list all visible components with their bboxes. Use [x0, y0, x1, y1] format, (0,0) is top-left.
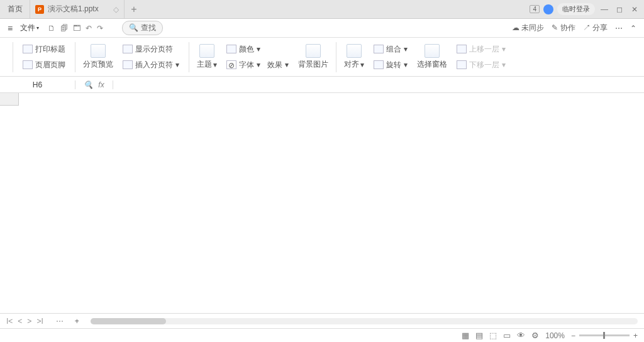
- zoom-in-button[interactable]: +: [633, 331, 638, 340]
- share-button[interactable]: ↗ 分享: [583, 23, 608, 33]
- view-grid-icon[interactable]: ▤: [475, 331, 483, 340]
- find-button[interactable]: 🔍 查找: [122, 21, 162, 35]
- document-tabs: 首页 P演示文稿1.pptx◇ + 4 临时登录 — ◻ ✕: [0, 0, 644, 19]
- sync-status[interactable]: ☁ 未同步: [512, 23, 544, 33]
- avatar[interactable]: [543, 4, 553, 14]
- file-menu[interactable]: 文件▾: [18, 21, 42, 35]
- ribbon-send-backward: 下移一层 ▾: [455, 58, 508, 72]
- window-count-badge[interactable]: 4: [530, 5, 540, 13]
- zoom-out-button[interactable]: −: [571, 331, 575, 340]
- sheet-nav-next-icon[interactable]: >: [27, 317, 31, 326]
- fx-icon[interactable]: fx: [98, 80, 104, 89]
- ribbon-group[interactable]: 组合 ▾: [372, 43, 409, 56]
- sheet-tab-bar: I< < > >I ⋯ +: [0, 313, 644, 328]
- quick-access-toolbar: 🗋 🗐 🗔 ↶ ↷: [44, 24, 107, 33]
- ribbon-align[interactable]: 对齐▾: [344, 44, 364, 70]
- add-sheet-button[interactable]: +: [70, 317, 84, 326]
- sheet-nav-last-icon[interactable]: >I: [36, 317, 43, 326]
- view-eye-icon[interactable]: 👁: [517, 331, 525, 340]
- login-status[interactable]: 临时登录: [557, 3, 595, 15]
- ribbon-page-break-preview[interactable]: 分页预览: [83, 44, 113, 70]
- view-reading-icon[interactable]: ▭: [503, 331, 511, 340]
- status-bar: ▦ ▤ ⬚ ▭ 👁 ⚙ 100% − +: [0, 328, 644, 342]
- sheet-more-icon[interactable]: ⋯: [50, 317, 70, 326]
- view-settings-icon[interactable]: ⚙: [531, 331, 539, 340]
- new-tab-button[interactable]: +: [125, 0, 143, 18]
- tab-options-icon[interactable]: ◇: [113, 5, 119, 14]
- ribbon-rotate[interactable]: 旋转 ▾: [372, 58, 409, 72]
- name-box[interactable]: H6: [0, 80, 75, 89]
- sheet-nav-prev-icon[interactable]: <: [18, 317, 22, 326]
- formula-bar: H6 🔍fx: [0, 77, 644, 93]
- hamburger-icon[interactable]: ≡: [5, 23, 15, 33]
- ribbon: 打印标题 页眉页脚 分页预览 显示分页符 插入分页符 ▾ 主题▾ 颜色 ▾ ⊘字…: [0, 38, 644, 77]
- ribbon-colors[interactable]: 颜色 ▾: [225, 43, 291, 56]
- qa-redo-icon[interactable]: ↷: [97, 24, 103, 33]
- minimize-button[interactable]: —: [599, 5, 610, 14]
- spreadsheet-grid: [0, 93, 644, 313]
- document-tab[interactable]: P演示文稿1.pptx◇: [30, 0, 125, 18]
- tab-label: 演示文稿1.pptx: [48, 4, 99, 14]
- view-normal-icon[interactable]: ▦: [462, 331, 469, 340]
- qa-preview-icon[interactable]: 🗔: [73, 24, 80, 33]
- ribbon-show-page-break[interactable]: 显示分页符: [121, 43, 181, 56]
- close-window-button[interactable]: ✕: [629, 5, 640, 14]
- zoom-level[interactable]: 100%: [545, 331, 565, 340]
- qa-save-icon[interactable]: 🗋: [48, 24, 55, 33]
- ribbon-selection-pane[interactable]: 选择窗格: [417, 44, 447, 70]
- horizontal-scrollbar[interactable]: [91, 318, 638, 324]
- qa-print-icon[interactable]: 🗐: [60, 24, 68, 33]
- ribbon-header-footer[interactable]: 页眉页脚: [21, 58, 67, 72]
- file-type-icon: P: [35, 5, 44, 14]
- ribbon-fonts[interactable]: ⊘字体 ▾ 效果 ▾: [225, 58, 291, 72]
- more-menu-icon[interactable]: ⋯: [615, 24, 623, 33]
- menu-bar: ≡ 文件▾ 🗋 🗐 🗔 ↶ ↷ 🔍 查找 ☁ 未同步 ✎ 协作 ↗ 分享 ⋯ ⌃: [0, 19, 644, 38]
- view-page-icon[interactable]: ⬚: [489, 331, 497, 340]
- ribbon-insert-page-break[interactable]: 插入分页符 ▾: [121, 58, 181, 72]
- zoom-slider[interactable]: − +: [571, 331, 638, 340]
- select-all-corner[interactable]: [0, 93, 19, 106]
- ribbon-bring-forward: 上移一层 ▾: [455, 43, 508, 56]
- ribbon-collapse-icon[interactable]: ⌃: [630, 24, 636, 33]
- collaborate-button[interactable]: ✎ 协作: [552, 23, 575, 33]
- ribbon-theme[interactable]: 主题▾: [197, 44, 217, 70]
- ribbon-print-title[interactable]: 打印标题: [21, 43, 67, 56]
- maximize-button[interactable]: ◻: [614, 5, 625, 14]
- tab-home[interactable]: 首页: [0, 0, 30, 18]
- ribbon-background[interactable]: 背景图片: [298, 44, 328, 70]
- sheet-nav-first-icon[interactable]: I<: [6, 317, 13, 326]
- fx-cancel-icon[interactable]: 🔍: [84, 80, 93, 89]
- qa-undo-icon[interactable]: ↶: [86, 24, 92, 33]
